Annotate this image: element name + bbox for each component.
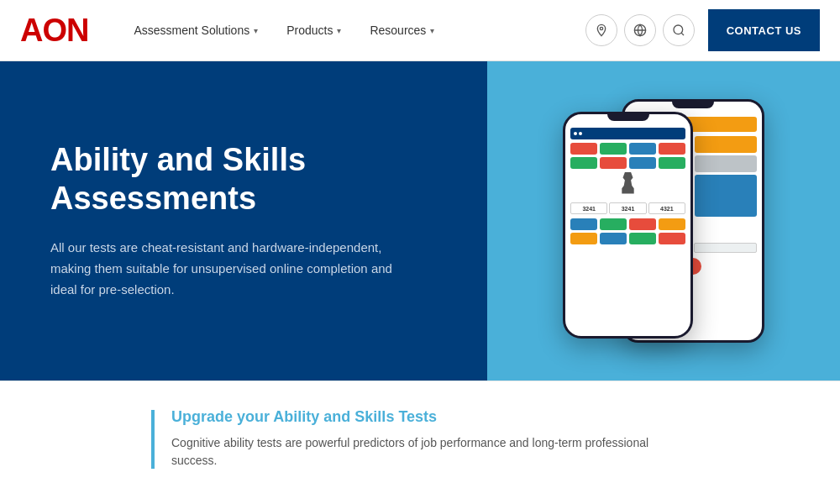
number-box-1: 3241 — [570, 202, 607, 214]
header-dot-1 — [574, 132, 577, 135]
search-icon-button[interactable] — [663, 14, 695, 46]
phone-notch-back — [672, 102, 714, 108]
color-cell-red-4 — [629, 218, 656, 230]
grid-cell-2 — [695, 136, 758, 153]
color-cell-green-1 — [600, 143, 627, 155]
color-grid-row-1 — [570, 143, 685, 155]
color-cell-blue-1 — [629, 143, 656, 155]
grid-cell-slider — [695, 175, 758, 217]
nav-links: Assessment Solutions ▾ Products ▾ Resour… — [122, 17, 585, 44]
color-grid-row-3 — [570, 218, 685, 230]
color-cell-blue-4 — [600, 233, 627, 244]
color-cell-green-4 — [600, 218, 627, 230]
color-cell-blue-2 — [629, 157, 656, 169]
header-dot-2 — [579, 132, 582, 135]
bottom-section: Upgrade your Ability and Skills Tests Co… — [0, 381, 840, 504]
search-icon — [672, 24, 685, 37]
chevron-down-icon: ▾ — [254, 26, 258, 35]
chevron-down-icon: ▾ — [430, 26, 434, 35]
screen-header-bar — [570, 128, 685, 139]
color-cell-green-5 — [629, 233, 656, 244]
phone-notch-front — [607, 114, 649, 121]
hero-title: Ability and Skills Assessments — [50, 141, 437, 218]
color-cell-green-2 — [570, 157, 597, 169]
globe-icon — [633, 24, 647, 37]
color-cell-yellow-2 — [570, 233, 597, 244]
nav-item-assessment-solutions[interactable]: Assessment Solutions ▾ — [122, 17, 270, 44]
hero-left: Ability and Skills Assessments All our t… — [0, 61, 487, 381]
grid-cell-4 — [695, 155, 758, 172]
globe-icon-button[interactable] — [624, 14, 656, 46]
phones-illustration: 3241 3241 4321 — [546, 87, 781, 355]
color-cell-red-3 — [600, 157, 627, 169]
svg-point-2 — [674, 25, 683, 34]
svg-line-3 — [681, 33, 684, 35]
color-cell-red-2 — [659, 143, 685, 155]
hero-right: 3241 3241 4321 — [487, 61, 840, 381]
nav-item-products[interactable]: Products ▾ — [275, 17, 353, 44]
chevron-down-icon: ▾ — [337, 26, 341, 35]
navbar: AON Assessment Solutions ▾ Products ▾ Re… — [0, 0, 840, 61]
logo[interactable]: AON — [20, 14, 88, 46]
phone-front: 3241 3241 4321 — [563, 112, 693, 339]
bottom-description: Cognitive ability tests are powerful pre… — [171, 434, 689, 470]
nav-icons — [585, 14, 695, 46]
color-cell-blue-3 — [570, 218, 597, 230]
nav-item-resources[interactable]: Resources ▾ — [358, 17, 446, 44]
accent-bar — [151, 410, 155, 469]
chess-piece-icon — [618, 172, 638, 199]
color-grid-row-2 — [570, 157, 685, 169]
bottom-content: Upgrade your Ability and Skills Tests Co… — [171, 408, 689, 470]
hero-description: All our tests are cheat-resistant and ha… — [50, 238, 420, 300]
hero-section: Ability and Skills Assessments All our t… — [0, 61, 840, 381]
number-box-2: 3241 — [609, 202, 646, 214]
location-icon-button[interactable] — [585, 14, 617, 46]
front-screen: 3241 3241 4321 — [565, 124, 690, 329]
number-row: 3241 3241 4321 — [570, 202, 685, 214]
color-cell-red-1 — [570, 143, 597, 155]
color-cell-red-5 — [659, 233, 685, 244]
number-box-3: 4321 — [648, 202, 685, 214]
back-bar-2 — [694, 243, 758, 253]
color-grid-row-4 — [570, 233, 685, 244]
color-cell-yellow-1 — [659, 218, 685, 230]
logo-text: AON — [20, 14, 88, 46]
color-cell-green-3 — [659, 157, 685, 169]
location-icon — [595, 24, 608, 37]
contact-button[interactable]: CONTACT US — [708, 9, 820, 51]
bottom-title: Upgrade your Ability and Skills Tests — [171, 408, 689, 426]
svg-point-0 — [600, 27, 602, 29]
